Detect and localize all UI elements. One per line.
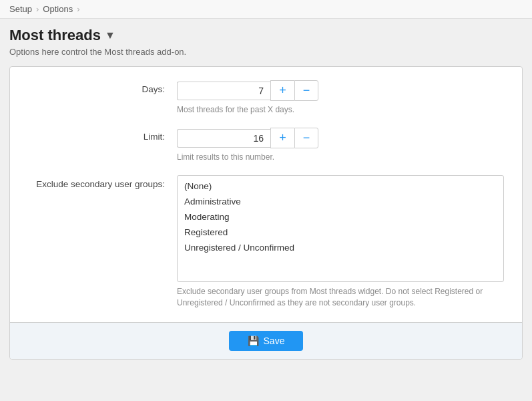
days-input[interactable] [177,82,270,100]
breadcrumb-sep-2: › [77,4,79,14]
limit-hint: Limit results to this number. [177,152,509,162]
breadcrumb-options[interactable]: Options [43,4,73,14]
limit-row: Limit: + − Limit results to this number. [23,128,509,162]
save-label: Save [264,336,285,346]
limit-input[interactable] [177,129,270,148]
exclude-groups-row: Exclude secondary user groups: (None) Ad… [23,175,509,309]
limit-label: Limit: [23,128,177,142]
days-increment-button[interactable]: + [270,80,294,101]
days-row: Days: + − Most threads for the past X da… [23,80,509,114]
days-label: Days: [23,80,177,94]
top-bar: Setup › Options › [0,0,532,19]
list-item[interactable]: Unregistered / Unconfirmed [178,240,503,255]
options-footer: 💾 Save [10,322,522,359]
dropdown-arrow-icon[interactable]: ▼ [105,29,115,41]
limit-decrement-button[interactable]: − [294,128,318,148]
days-decrement-button[interactable]: − [294,80,318,101]
exclude-groups-hint: Exclude secondary user groups from Most … [177,286,504,309]
save-icon: 💾 [248,336,259,346]
days-control-group: + − Most threads for the past X days. [177,80,509,114]
breadcrumb-setup[interactable]: Setup [9,4,32,14]
list-item[interactable]: Moderating [178,209,503,225]
exclude-groups-label: Exclude secondary user groups: [23,175,177,189]
limit-control-group: + − Limit results to this number. [177,128,509,162]
list-item[interactable]: Registered [178,225,503,240]
page-title: Most threads [9,27,101,44]
days-hint: Most threads for the past X days. [177,105,509,114]
exclude-groups-listbox[interactable]: (None) Administrative Moderating Registe… [177,175,504,282]
limit-increment-button[interactable]: + [270,128,294,148]
page-subtitle: Options here control the Most threads ad… [9,47,523,57]
save-button[interactable]: 💾 Save [229,331,304,351]
list-item[interactable]: Administrative [178,194,503,209]
options-panel: Days: + − Most threads for the past X da… [9,66,523,360]
list-item[interactable]: (None) [178,178,503,194]
exclude-groups-control: (None) Administrative Moderating Registe… [177,175,509,309]
breadcrumb-sep-1: › [36,4,39,14]
